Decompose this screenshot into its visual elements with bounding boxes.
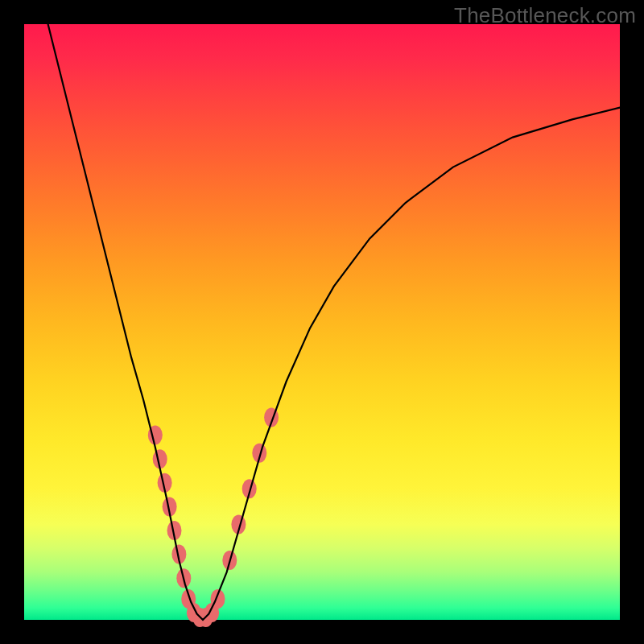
chart-plot-area xyxy=(24,24,620,620)
chart-frame: TheBottleneck.com xyxy=(0,0,644,644)
chart-bead-markers xyxy=(148,407,279,627)
chart-svg xyxy=(24,24,620,620)
chart-curve-line xyxy=(48,24,620,620)
